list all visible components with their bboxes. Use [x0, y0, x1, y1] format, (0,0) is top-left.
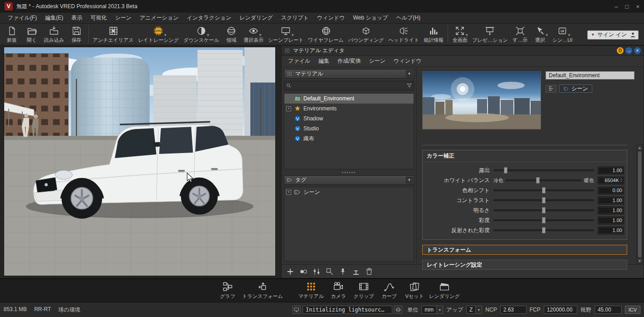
material-item[interactable]: Shadow — [284, 114, 414, 124]
menu-interaction[interactable]: インタラクション — [183, 13, 235, 23]
up-axis-select[interactable]: Z ▼ — [466, 306, 482, 314]
module-transform[interactable]: トランスフォーム — [242, 281, 283, 300]
toolbar-simple-ui[interactable]: UI▼ シン…UI — [550, 25, 575, 44]
stepper-buttons[interactable]: ▲▼ — [620, 178, 622, 183]
menu-help[interactable]: ヘルプ(H) — [392, 13, 424, 23]
material-editor-header[interactable]: マテリアル エディタ D → × — [282, 46, 644, 56]
toolbar-select[interactable]: ▼ 選択 — [530, 25, 550, 44]
value-field[interactable]: 1.00 — [598, 197, 624, 204]
maximize-button[interactable]: □ — [625, 3, 629, 10]
menu-visualization[interactable]: 可視化 — [86, 13, 111, 23]
toolbar-region[interactable]: 領域 — [221, 25, 241, 44]
slider-handle[interactable] — [542, 207, 546, 213]
me-menu-edit[interactable]: 編集 — [315, 56, 333, 66]
progress-options-button[interactable] — [394, 306, 402, 314]
toolbar-save[interactable]: 保存 — [67, 25, 87, 44]
slider-track[interactable] — [506, 179, 582, 181]
module-vset[interactable]: Vセット — [404, 281, 425, 300]
dropdown-arrow-icon[interactable]: ▼ — [291, 33, 294, 37]
slider-handle[interactable] — [542, 187, 546, 193]
dropdown-arrow-icon[interactable]: ▼ — [465, 33, 468, 37]
menu-rendering[interactable]: レンダリング — [235, 13, 277, 23]
scroll-down-icon[interactable]: ▼ — [637, 258, 642, 263]
dropdown-arrow-icon[interactable]: ▼ — [567, 33, 571, 37]
value-field[interactable]: 1.00 — [598, 217, 624, 224]
close-button[interactable]: × — [636, 3, 639, 10]
toolbar-raytracing[interactable]: CPU▼ レイトレーシング — [136, 25, 181, 44]
undock-button[interactable]: → — [625, 47, 632, 54]
scroll-thumb[interactable] — [638, 151, 642, 258]
material-type-combo[interactable]: マテリアル ▼ — [284, 69, 414, 79]
menu-view[interactable]: 表示 — [67, 13, 86, 23]
panel-close-button[interactable]: × — [634, 47, 641, 54]
value-field[interactable]: 1.00 — [598, 207, 624, 214]
color-correction-title[interactable]: カラー補正 — [423, 150, 627, 162]
me-menu-scene[interactable]: シーン — [365, 56, 389, 66]
icv-button[interactable]: ICV — [625, 306, 640, 314]
section-raytracing[interactable]: レイトレーシング設定 — [422, 260, 627, 270]
material-item[interactable]: 織布 — [284, 134, 414, 144]
tool-pin-button[interactable] — [339, 267, 347, 276]
menu-edit[interactable]: 編集(E) — [41, 13, 67, 23]
material-item[interactable]: Studio — [284, 124, 414, 134]
environment-preview[interactable] — [422, 71, 541, 129]
dropdown-arrow-icon[interactable]: ▼ — [259, 33, 262, 37]
slider-track[interactable] — [493, 169, 594, 171]
toolbar-downscale[interactable]: ▼ ダウンスケール — [181, 25, 221, 44]
scene-button[interactable]: シーン — [559, 84, 592, 93]
value-field[interactable]: 1.00 — [598, 167, 624, 174]
slider-handle[interactable] — [542, 217, 546, 223]
fov-field[interactable]: 45.00 — [595, 306, 622, 314]
tool-find-material-button[interactable] — [326, 267, 334, 276]
toolbar-antialias[interactable]: アンチエイリアス — [91, 25, 136, 44]
slider-track[interactable] — [493, 189, 594, 191]
toolbar-sceneplate[interactable]: ▼ シーンプレート — [266, 25, 306, 44]
me-menu-window[interactable]: ウィンドウ — [390, 56, 425, 66]
dropdown-arrow-icon[interactable]: ▼ — [164, 33, 167, 37]
toolbar-show-all[interactable]: す…示 — [510, 25, 530, 44]
expander-icon[interactable]: + — [286, 190, 291, 195]
menu-file[interactable]: ファイル(F) — [4, 13, 41, 23]
value-field[interactable]: 0.00 — [598, 187, 624, 194]
dropdown-arrow-icon[interactable]: ▼ — [545, 33, 549, 37]
module-rendering[interactable]: レンダリング — [429, 281, 460, 300]
back-button[interactable] — [546, 85, 556, 93]
scroll-up-icon[interactable]: ▲ — [637, 145, 642, 151]
minimize-button[interactable]: – — [615, 3, 618, 10]
tool-delete-button[interactable] — [365, 267, 373, 276]
ncp-field[interactable]: 2.63 — [500, 306, 527, 314]
module-material[interactable]: マテリアル — [298, 281, 324, 300]
dropdown-arrow-icon[interactable]: ▼ — [206, 33, 210, 37]
search-input[interactable] — [293, 81, 405, 90]
toolbar-headlight[interactable]: ヘッドライト — [386, 25, 422, 44]
toolbar-presentation[interactable]: プレゼ…ション — [470, 25, 510, 44]
menu-scene[interactable]: シーン — [111, 13, 136, 23]
fcp-field[interactable]: 120000.00 — [544, 306, 577, 314]
slider-handle[interactable] — [504, 167, 507, 173]
toolbar-bounding[interactable]: バウンディング — [346, 25, 386, 44]
slider-track[interactable] — [493, 209, 594, 211]
menu-animation[interactable]: アニメーション — [136, 13, 183, 23]
module-camera[interactable]: カメラ — [327, 281, 349, 300]
menu-window[interactable]: ウィンドウ — [313, 13, 349, 23]
slider-handle[interactable] — [542, 197, 546, 203]
toolbar-stats[interactable]: 統計情報 — [421, 25, 446, 44]
splitter-handle[interactable]: •••••• — [284, 169, 414, 175]
value-field[interactable]: 1.00 — [598, 227, 624, 234]
material-name-field[interactable]: Default_Environment — [546, 71, 634, 79]
module-graph[interactable]: グラフ — [217, 281, 239, 300]
toolbar-wireframe[interactable]: ワイヤフレーム — [306, 25, 346, 44]
scrollbar[interactable]: ▲ ▼ — [637, 145, 643, 264]
3d-viewport[interactable] — [4, 47, 276, 276]
slider-handle[interactable] — [536, 177, 540, 183]
material-item[interactable]: + Environments — [284, 104, 414, 114]
tool-add-button[interactable] — [286, 267, 294, 276]
tool-ground-button[interactable] — [352, 267, 360, 276]
toolbar-new[interactable]: 新規 — [2, 25, 22, 44]
progress-icon-button[interactable] — [293, 306, 301, 314]
toolbar-show-selection[interactable]: ▼ 選択表示 — [241, 25, 266, 44]
tag-combo[interactable]: タグ ▼ — [284, 175, 414, 185]
toolbar-open[interactable]: 開く — [22, 25, 42, 44]
docked-badge[interactable]: D — [617, 47, 624, 54]
slider-track[interactable] — [493, 219, 594, 221]
